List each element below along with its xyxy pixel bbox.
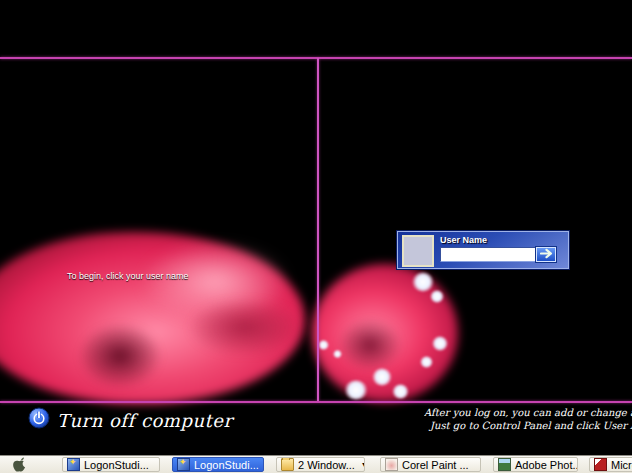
apple-start-icon[interactable] bbox=[7, 456, 33, 473]
password-input[interactable] bbox=[440, 247, 536, 262]
white-flower bbox=[430, 290, 444, 303]
logonstudio-icon bbox=[177, 458, 190, 471]
white-flower bbox=[372, 368, 392, 386]
taskbar-item-logonstudio-2-active[interactable]: LogonStudi... bbox=[172, 457, 264, 472]
left-rose-center bbox=[80, 325, 160, 387]
taskbar-item-corel-paint[interactable]: Corel Paint ... bbox=[380, 457, 481, 472]
right-rose-center bbox=[340, 320, 400, 370]
left-rose-petal-shadow bbox=[190, 300, 300, 355]
white-flower bbox=[432, 336, 448, 351]
taskbar-item-label: LogonStudi... bbox=[194, 459, 259, 471]
user-avatar[interactable] bbox=[402, 235, 434, 267]
taskbar-item-label: 2 Window... bbox=[298, 459, 355, 471]
go-arrow-icon bbox=[540, 247, 553, 262]
taskbar: LogonStudi... LogonStudi... 2 Window... … bbox=[0, 455, 632, 473]
logonstudio-icon bbox=[67, 458, 80, 471]
account-note-line2: Just go to Control Panel and click User … bbox=[424, 419, 632, 432]
account-notes: After you log on, you can add or change … bbox=[424, 406, 632, 436]
logonstudio-preview-screen: To begin, click your user name User Name bbox=[0, 0, 632, 473]
power-icon bbox=[28, 407, 50, 433]
account-note-line1: After you log on, you can add or change … bbox=[424, 406, 632, 419]
white-flower bbox=[420, 356, 433, 368]
turn-off-computer-label: Turn off computer bbox=[57, 410, 233, 431]
adobe-icon bbox=[498, 458, 511, 471]
white-flower bbox=[392, 384, 409, 399]
frontpage-icon bbox=[594, 458, 607, 471]
bottom-divider-line bbox=[0, 401, 632, 403]
taskbar-item-label: Adobe Phot... bbox=[515, 459, 578, 471]
center-divider-line bbox=[317, 58, 319, 401]
corel-icon bbox=[385, 458, 398, 471]
login-go-button[interactable] bbox=[536, 247, 556, 262]
taskbar-item-label: LogonStudi... bbox=[84, 459, 149, 471]
white-flower bbox=[333, 350, 342, 358]
user-name-label: User Name bbox=[440, 235, 487, 245]
logon-instruction: To begin, click your user name bbox=[67, 271, 189, 281]
taskbar-item-label: Corel Paint ... bbox=[402, 459, 469, 471]
taskbar-item-window-group[interactable]: 2 Window... ▼ bbox=[276, 457, 365, 472]
taskbar-item-microsoft[interactable]: Micro... bbox=[589, 457, 632, 472]
user-login-box[interactable]: User Name bbox=[397, 231, 569, 269]
taskbar-item-logonstudio-1[interactable]: LogonStudi... bbox=[62, 457, 160, 472]
white-flower bbox=[318, 340, 329, 350]
taskbar-item-adobe-photoshop[interactable]: Adobe Phot... bbox=[493, 457, 578, 472]
white-flower bbox=[412, 272, 434, 292]
folder-icon bbox=[281, 458, 294, 471]
taskbar-item-label: Micro... bbox=[611, 459, 632, 471]
chevron-down-icon: ▼ bbox=[361, 461, 365, 468]
top-divider-line bbox=[0, 57, 632, 59]
white-flower bbox=[344, 380, 368, 400]
turn-off-computer-button[interactable]: Turn off computer bbox=[28, 408, 233, 432]
